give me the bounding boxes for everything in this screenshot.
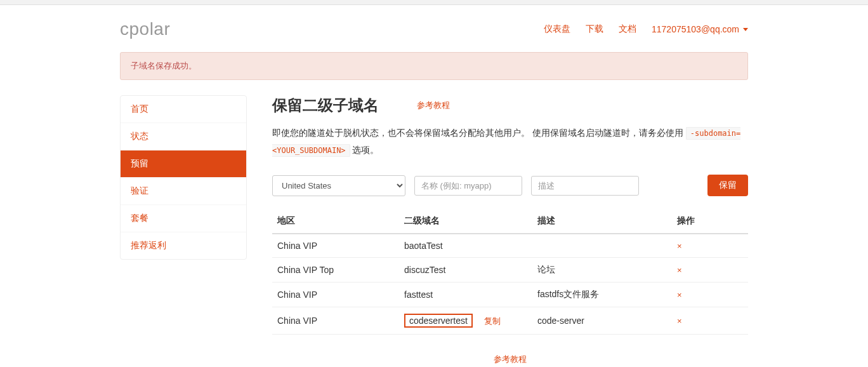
sidebar-item-status[interactable]: 状态 (121, 123, 246, 150)
table-header-row: 地区 二级域名 描述 操作 (272, 209, 748, 234)
tutorial-link[interactable]: 参考教程 (417, 100, 450, 111)
delete-button[interactable]: × (677, 241, 682, 251)
delete-button[interactable]: × (677, 316, 682, 326)
reserved-table: 地区 二级域名 描述 操作 China VIP baotaTest × Chin… (272, 209, 748, 335)
bottom-tutorial-link[interactable]: 参考教程 (272, 354, 748, 365)
th-region: 地区 (272, 209, 399, 234)
copy-link[interactable]: 复制 (484, 316, 501, 326)
window-topbar (0, 0, 868, 5)
success-alert: 子域名保存成功。 (120, 52, 748, 80)
region-select[interactable]: United States (272, 175, 405, 196)
subdomain-name-input[interactable] (414, 176, 522, 196)
sidebar-item-home[interactable]: 首页 (121, 96, 246, 123)
reserve-form: United States 保留 (272, 175, 748, 196)
table-row: China VIP baotaTest × (272, 234, 748, 258)
th-action: 操作 (672, 209, 748, 234)
cell-region: China VIP (272, 307, 399, 335)
subdomain-desc-input[interactable] (531, 176, 639, 196)
nav-user-menu[interactable]: 1172075103@qq.com (652, 23, 748, 35)
cell-subdomain: fasttest (399, 283, 532, 307)
main-layout: 首页 状态 预留 验证 套餐 推荐返利 保留二级子域名 参考教程 即使您的隧道处… (120, 95, 748, 365)
page-description: 即使您的隧道处于脱机状态，也不会将保留域名分配给其他用户。 使用保留域名启动隧道… (272, 124, 748, 158)
table-row: China VIP Top discuzTest 论坛 × (272, 258, 748, 283)
cell-desc: 论坛 (532, 258, 672, 283)
highlighted-subdomain: codeservertest (404, 314, 473, 328)
reserve-button[interactable]: 保留 (707, 175, 748, 196)
table-row: China VIP fasttest fastdfs文件服务 × (272, 283, 748, 307)
cell-subdomain: codeservertest 复制 (399, 307, 532, 335)
th-subdomain: 二级域名 (399, 209, 532, 234)
header: cpolar 仪表盘 下载 文档 1172075103@qq.com (120, 5, 748, 52)
cell-region: China VIP Top (272, 258, 399, 283)
desc-pre: 即使您的隧道处于脱机状态，也不会将保留域名分配给其他用户。 使用保留域名启动隧道… (272, 128, 686, 138)
delete-button[interactable]: × (677, 290, 682, 300)
cell-desc (532, 234, 672, 258)
top-nav: 仪表盘 下载 文档 1172075103@qq.com (544, 23, 748, 35)
delete-button[interactable]: × (677, 265, 682, 275)
desc-post: 选项。 (350, 145, 379, 155)
cell-region: China VIP (272, 283, 399, 307)
caret-down-icon (743, 28, 748, 31)
cell-desc: code-server (532, 307, 672, 335)
page-title: 保留二级子域名 (272, 95, 379, 116)
brand-logo[interactable]: cpolar (120, 19, 170, 39)
nav-user-email: 1172075103@qq.com (652, 24, 739, 34)
sidebar-item-referral[interactable]: 推荐返利 (121, 232, 246, 259)
nav-docs[interactable]: 文档 (619, 23, 636, 35)
cell-subdomain: baotaTest (399, 234, 532, 258)
sidebar-item-plan[interactable]: 套餐 (121, 205, 246, 232)
table-row: China VIP codeservertest 复制 code-server … (272, 307, 748, 335)
sidebar-item-reserved[interactable]: 预留 (121, 150, 246, 178)
th-desc: 描述 (532, 209, 672, 234)
page-container: cpolar 仪表盘 下载 文档 1172075103@qq.com 子域名保存… (120, 5, 748, 365)
sidebar-item-verify[interactable]: 验证 (121, 178, 246, 205)
title-row: 保留二级子域名 参考教程 (272, 95, 748, 116)
nav-download[interactable]: 下载 (586, 23, 603, 35)
nav-dashboard[interactable]: 仪表盘 (544, 23, 570, 35)
cell-desc: fastdfs文件服务 (532, 283, 672, 307)
cell-subdomain: discuzTest (399, 258, 532, 283)
sidebar: 首页 状态 预留 验证 套餐 推荐返利 (120, 95, 247, 260)
cell-region: China VIP (272, 234, 399, 258)
main-content: 保留二级子域名 参考教程 即使您的隧道处于脱机状态，也不会将保留域名分配给其他用… (272, 95, 748, 365)
